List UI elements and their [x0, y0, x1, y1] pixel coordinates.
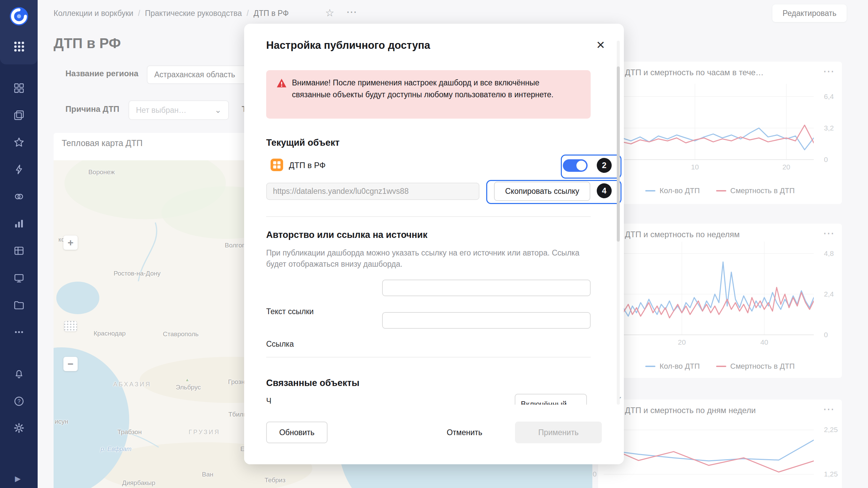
cancel-button[interactable]: Отменить	[442, 422, 487, 443]
apply-button[interactable]: Применить	[515, 422, 602, 443]
related-object-name-partial: Ч	[266, 396, 271, 405]
sidebar: ? ▶	[0, 0, 38, 488]
public-access-toggle[interactable]	[563, 159, 588, 172]
current-object-section-title: Текущий объект	[266, 138, 339, 148]
close-icon[interactable]: ✕	[596, 39, 605, 52]
scrollbar-thumb[interactable]	[617, 66, 620, 242]
lightning-icon[interactable]	[11, 161, 27, 178]
tour-badge-2: 2	[597, 158, 612, 173]
more-icon[interactable]	[11, 324, 27, 340]
related-objects-section-title: Связанные объекты	[266, 378, 359, 388]
related-status-value: Включённый	[521, 400, 567, 405]
link-input[interactable]	[382, 312, 591, 329]
public-url-value: https://datalens.yandex/lu0cgnz1wvs88	[273, 187, 409, 196]
tables-icon[interactable]	[11, 243, 27, 259]
dialog-footer: Обновить Отменить Применить	[244, 420, 624, 464]
apps-grid-icon[interactable]	[14, 41, 24, 52]
refresh-button[interactable]: Обновить	[266, 422, 328, 443]
workbooks-icon[interactable]	[11, 107, 27, 123]
warning-banner: Внимание! После применения настроек дашб…	[266, 70, 591, 119]
dashboard-object-icon	[271, 159, 283, 171]
sidebar-top-panel	[0, 0, 38, 64]
datalens-logo[interactable]	[9, 7, 28, 26]
author-hint: При публикации дашборда можно указать сс…	[266, 247, 581, 270]
svg-text:?: ?	[18, 399, 21, 404]
object-name: ДТП в РФ	[289, 161, 326, 170]
warning-text: Внимание! После применения настроек дашб…	[292, 77, 577, 101]
tour-badge-4: 4	[597, 183, 612, 198]
divider	[266, 216, 591, 217]
author-section-title: Авторство или ссылка на источник	[266, 230, 427, 240]
collapse-icon[interactable]: ▶	[15, 474, 21, 483]
notifications-bell-icon[interactable]	[11, 366, 27, 382]
link-text-label: Текст ссылки	[266, 307, 314, 316]
help-icon[interactable]: ?	[11, 393, 27, 409]
connections-icon[interactable]	[11, 188, 27, 205]
favorites-icon[interactable]	[11, 134, 27, 150]
public-access-dialog: Настройка публичного доступа ✕ Внимание!…	[244, 24, 624, 464]
link-label: Ссылка	[266, 340, 294, 349]
folders-icon[interactable]	[11, 297, 27, 313]
divider	[266, 357, 591, 358]
copy-link-button[interactable]: Скопировать ссылку	[494, 182, 590, 201]
charts-icon[interactable]	[11, 216, 27, 232]
public-url-field[interactable]: https://datalens.yandex/lu0cgnz1wvs88	[266, 183, 479, 200]
dashboards-icon[interactable]	[11, 80, 27, 96]
settings-gear-icon[interactable]	[11, 420, 27, 436]
link-text-input[interactable]	[382, 280, 591, 296]
dialog-body: Настройка публичного доступа ✕ Внимание!…	[244, 24, 624, 405]
presentations-icon[interactable]	[11, 270, 27, 286]
related-status-select[interactable]: Включённый	[515, 394, 587, 405]
toggle-knob	[576, 161, 586, 170]
dialog-title: Настройка публичного доступа	[266, 39, 430, 52]
warning-icon	[276, 78, 287, 88]
